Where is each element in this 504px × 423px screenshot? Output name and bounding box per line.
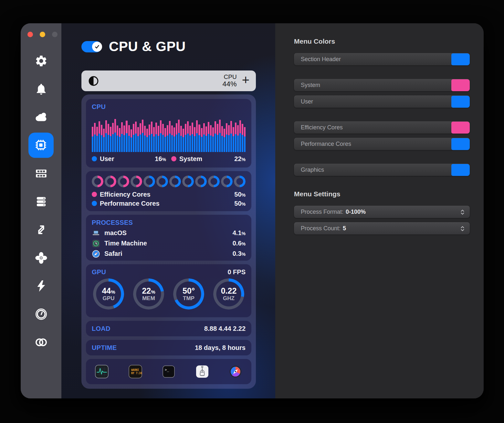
cpu-history-bar: [187, 121, 189, 152]
color-swatch[interactable]: [451, 96, 470, 108]
cores-legend-row: Efficiency Cores 50%: [92, 190, 246, 199]
uptime-title: UPTIME: [92, 344, 117, 352]
color-swatch[interactable]: [451, 53, 470, 65]
cpu-history-bar: [244, 127, 246, 152]
sidebar-item-weather[interactable]: [21, 103, 61, 131]
process-row: Safari 0.3%: [92, 249, 246, 258]
cpu-history-bar: [194, 127, 195, 152]
system-legend-value: 22%: [234, 155, 246, 163]
sidebar-nav: [21, 47, 61, 356]
cpu-card-title: CPU: [92, 103, 246, 111]
menubar-cpu-stat: CPU 44%: [223, 74, 237, 88]
color-swatch[interactable]: [451, 164, 470, 176]
cpu-history-bar: [226, 123, 227, 152]
sidebar-item-settings[interactable]: [21, 47, 61, 75]
load-card: LOAD 8.88 4.44 2.22: [86, 321, 251, 336]
cores-card: Efficiency Cores 50% Performance Cores 5…: [86, 171, 251, 211]
color-row-label: Section Header: [294, 56, 341, 63]
cpu-history-bar: [110, 127, 111, 152]
cpu-history-bar: [167, 125, 168, 152]
process-row: Time Machine 0.6%: [92, 239, 246, 248]
color-swatch[interactable]: [451, 79, 470, 91]
process-rows: macOS 4.1% Time Machine 0.6% Safari 0.3%: [92, 228, 246, 258]
cpu-history-bar: [133, 124, 134, 152]
color-row-group: Section Header: [294, 53, 470, 65]
performance-core-ring: [234, 176, 246, 187]
cpu-history-bar: [149, 125, 150, 152]
cpu-history-bar: [164, 128, 166, 152]
cpu-history-bar: [144, 126, 146, 152]
zoom-button[interactable]: [52, 32, 58, 37]
cpu-history-bar: [185, 124, 186, 152]
cloud-sun-icon: [35, 111, 48, 124]
cpu-history-bar: [160, 120, 162, 152]
cpu-history-bar: [155, 123, 157, 152]
sidebar-item-network[interactable]: [21, 216, 61, 244]
cpu-history-bar: [114, 119, 116, 152]
color-swatch[interactable]: [451, 138, 470, 150]
sidebar-item-links[interactable]: [21, 328, 61, 356]
minimize-button[interactable]: [40, 32, 45, 37]
fan-icon: [35, 251, 48, 265]
color-row-group: System User: [294, 79, 470, 108]
disks-icon: [35, 195, 48, 208]
cpu-history-bar: [92, 127, 93, 152]
cpu-history-bar: [131, 129, 132, 152]
widget-enabled-toggle[interactable]: [81, 41, 102, 52]
toggle-check-icon: [92, 42, 102, 52]
gpu-gauges: 44% GPU 22% MEM 50° TMP 0.22 GHZ: [92, 278, 246, 309]
dropdown-label: Process Count:: [301, 225, 341, 232]
sidebar-item-cpu[interactable]: [21, 131, 61, 159]
contrast-icon: [88, 75, 99, 87]
traffic-lights: [21, 23, 61, 37]
sidebar-item-power[interactable]: [21, 272, 61, 300]
app-window: CPU & GPU CPU 44% + CPU: [21, 23, 484, 398]
updown-chevron-icon: [460, 209, 465, 215]
cpu-history-bar: [108, 124, 109, 152]
legend-value: 50%: [234, 200, 246, 207]
gauge-label: GPU: [103, 296, 115, 301]
cpu-history-bar: [221, 126, 223, 152]
sidebar-active-tile[interactable]: [28, 133, 54, 158]
cpu-history-bar: [215, 121, 216, 152]
cpu-history-bar: [169, 121, 171, 152]
cpu-history-bar: [112, 123, 114, 152]
color-row-section-header[interactable]: Section Header: [294, 53, 470, 65]
gpu-card-title: GPU: [92, 268, 106, 276]
sidebar: [21, 23, 61, 398]
color-swatch[interactable]: [451, 122, 470, 134]
cpu-history-bar: [208, 122, 209, 152]
dropdown-process-format[interactable]: Process Format: 0-100%: [294, 206, 470, 218]
color-row-performance-cores[interactable]: Performance Cores: [294, 138, 470, 150]
sidebar-item-gauge[interactable]: [21, 300, 61, 328]
safari-icon: [92, 250, 100, 258]
sidebar-item-storage[interactable]: [21, 188, 61, 216]
load-value: 8.88 4.44 2.22: [204, 325, 246, 332]
cpu-history-bar: [151, 122, 152, 152]
cpu-history-bar: [212, 127, 214, 152]
dropdown-value: 0-100%: [346, 209, 366, 215]
color-row-efficiency-cores[interactable]: Efficiency Cores: [294, 121, 470, 134]
color-row-user[interactable]: User: [294, 95, 470, 108]
svg-text:>_: >_: [165, 368, 169, 372]
dropdown-process-count[interactable]: Process Count: 5: [294, 222, 470, 234]
menubar-preview[interactable]: CPU 44% +: [81, 70, 256, 91]
sidebar-item-notifications[interactable]: [21, 75, 61, 103]
color-row-graphics[interactable]: Graphics: [294, 164, 470, 176]
cpu-history-bar: [201, 128, 203, 152]
bolt-icon: [35, 279, 48, 293]
color-row-system[interactable]: System: [294, 79, 470, 91]
process-row: macOS 4.1%: [92, 228, 246, 238]
cpu-history-bar: [205, 126, 207, 152]
cpu-history-bar: [192, 123, 193, 152]
legend-label: Efficiency Cores: [100, 191, 151, 198]
cpu-history-bar: [158, 126, 159, 152]
process-value: 0.6%: [233, 240, 246, 247]
cpu-history-bar: [135, 122, 137, 152]
add-menu-item-button[interactable]: +: [242, 73, 249, 87]
sidebar-item-memory[interactable]: [21, 159, 61, 188]
cpu-history-bar: [137, 127, 139, 152]
close-button[interactable]: [27, 32, 33, 37]
app-dock-card: WARNINY 7:36>_: [86, 359, 251, 384]
sidebar-item-fans[interactable]: [21, 244, 61, 272]
